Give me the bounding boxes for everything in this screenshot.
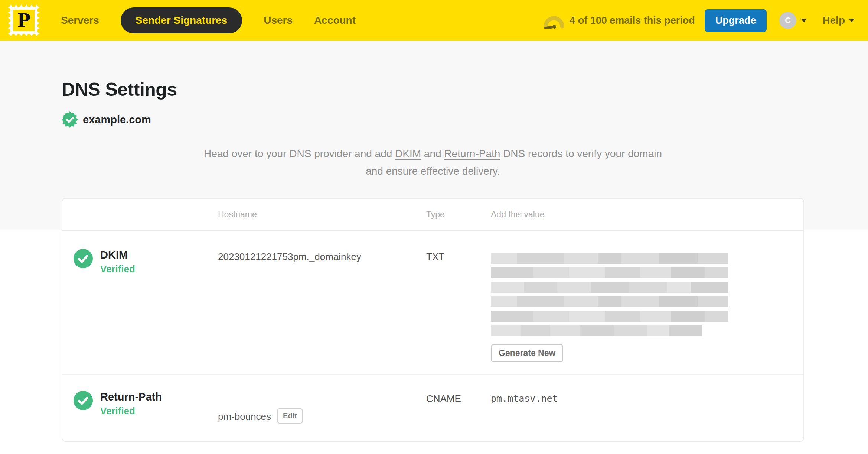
dkim-record-type: TXT	[426, 251, 491, 374]
chevron-down-icon[interactable]	[849, 19, 855, 22]
column-header-type: Type	[426, 210, 491, 220]
navbar-right: 4 of 100 emails this period Upgrade C He…	[543, 9, 855, 32]
gauge-icon	[543, 12, 564, 29]
verified-seal-icon	[62, 111, 78, 128]
dns-records-card: Hostname Type Add this value DKIM Verifi…	[62, 198, 804, 442]
chevron-down-icon[interactable]	[801, 19, 807, 22]
postmark-logo[interactable]: P	[8, 5, 39, 36]
redacted-value-bar	[491, 253, 728, 264]
usage-meter: 4 of 100 emails this period	[543, 12, 695, 29]
logo-letter: P	[17, 10, 30, 31]
domain-name: example.com	[83, 114, 151, 126]
return-path-value: pm.mtasv.net	[491, 393, 803, 442]
primary-nav: Servers Sender Signatures Users Account	[61, 7, 356, 33]
edit-button[interactable]: Edit	[277, 408, 303, 424]
return-path-link[interactable]: Return-Path	[444, 148, 500, 159]
domain-row: example.com	[62, 111, 804, 128]
nav-item-users[interactable]: Users	[264, 14, 293, 26]
redacted-value-bar	[491, 296, 728, 307]
record-name: Return-Path	[100, 391, 162, 403]
avatar[interactable]: C	[779, 12, 796, 29]
nav-item-servers[interactable]: Servers	[61, 14, 99, 26]
record-name: DKIM	[100, 249, 135, 261]
usage-text: 4 of 100 emails this period	[570, 15, 695, 26]
status-badge: Verified	[100, 405, 162, 417]
column-header-value: Add this value	[491, 210, 803, 220]
return-path-record-type: CNAME	[426, 393, 491, 442]
dkim-link[interactable]: DKIM	[395, 148, 421, 159]
nav-item-sender-signatures[interactable]: Sender Signatures	[121, 7, 242, 33]
redacted-value-bar	[491, 282, 728, 293]
verified-check-icon	[74, 391, 93, 410]
help-label[interactable]: Help	[822, 14, 845, 26]
instructions-text: and	[421, 148, 444, 159]
redacted-value-bar	[491, 325, 702, 336]
table-row-return-path: Return-Path Verified pm-bounces Edit CNA…	[62, 375, 803, 442]
top-navbar: P Servers Sender Signatures Users Accoun…	[0, 0, 868, 41]
dns-instructions: Head over to your DNS provider and add D…	[199, 145, 667, 180]
status-badge: Verified	[100, 263, 135, 275]
verified-check-icon	[74, 249, 93, 268]
return-path-hostname: pm-bounces	[218, 411, 271, 422]
help-menu[interactable]: Help	[822, 14, 855, 26]
dkim-hostname: 20230121221753pm._domainkey	[218, 251, 426, 374]
column-header-hostname: Hostname	[218, 210, 426, 220]
redacted-value-bar	[491, 311, 728, 322]
page-title: DNS Settings	[62, 41, 804, 100]
table-header-row: Hostname Type Add this value	[62, 199, 803, 231]
upgrade-button[interactable]: Upgrade	[705, 9, 767, 32]
table-row-dkim: DKIM Verified 20230121221753pm._domainke…	[62, 231, 803, 375]
dkim-value-redacted: Generate New	[491, 253, 803, 374]
account-menu[interactable]: C	[779, 12, 807, 29]
redacted-value-bar	[491, 267, 728, 278]
generate-new-button[interactable]: Generate New	[491, 344, 563, 362]
nav-item-account[interactable]: Account	[314, 14, 356, 26]
instructions-text: Head over to your DNS provider and add	[204, 148, 395, 159]
